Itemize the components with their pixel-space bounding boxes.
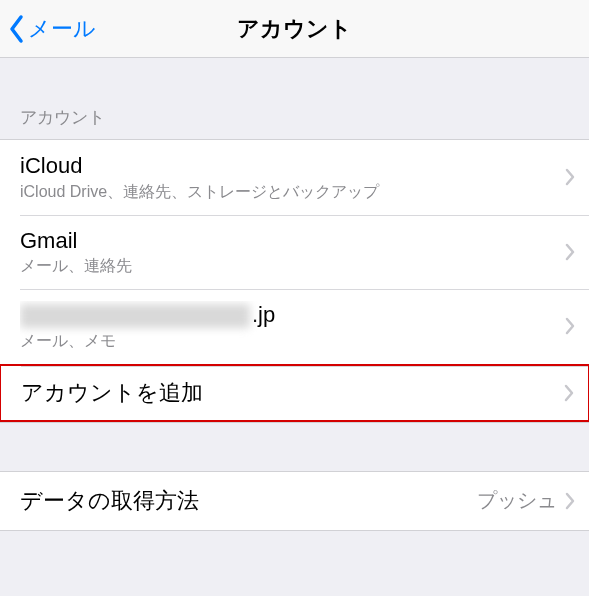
account-subtitle: メール、連絡先	[20, 256, 565, 277]
account-row-redacted[interactable]: .jp メール、メモ	[0, 289, 589, 364]
fetch-group: データの取得方法 プッシュ	[0, 471, 589, 531]
redacted-text	[20, 304, 250, 328]
chevron-left-icon	[8, 14, 26, 44]
section-header-accounts: アカウント	[0, 58, 589, 139]
chevron-right-icon	[565, 317, 575, 335]
add-account-row[interactable]: アカウントを追加	[0, 364, 589, 422]
fetch-label: データの取得方法	[20, 487, 477, 515]
account-row-icloud[interactable]: iCloud iCloud Drive、連絡先、ストレージとバックアップ	[0, 140, 589, 215]
chevron-right-icon	[565, 492, 575, 510]
navbar: メール アカウント	[0, 0, 589, 58]
chevron-right-icon	[565, 168, 575, 186]
add-account-label: アカウントを追加	[21, 379, 564, 407]
back-label: メール	[28, 14, 96, 44]
fetch-row[interactable]: データの取得方法 プッシュ	[0, 472, 589, 530]
account-subtitle: メール、メモ	[20, 331, 565, 352]
account-row-gmail[interactable]: Gmail メール、連絡先	[0, 215, 589, 290]
account-title: .jp	[20, 301, 565, 329]
fetch-value: プッシュ	[477, 487, 557, 514]
account-subtitle: iCloud Drive、連絡先、ストレージとバックアップ	[20, 182, 565, 203]
accounts-group: iCloud iCloud Drive、連絡先、ストレージとバックアップ Gma…	[0, 139, 589, 423]
account-title: iCloud	[20, 152, 565, 180]
back-button[interactable]: メール	[0, 14, 96, 44]
account-title: Gmail	[20, 227, 565, 255]
chevron-right-icon	[565, 243, 575, 261]
chevron-right-icon	[564, 384, 574, 402]
